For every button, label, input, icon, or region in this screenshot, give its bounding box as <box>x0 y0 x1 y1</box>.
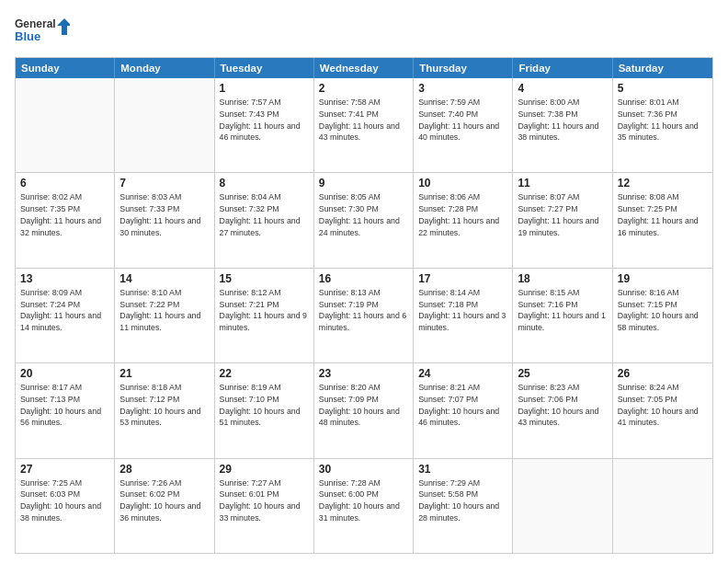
cal-cell: 11Sunrise: 8:07 AM Sunset: 7:27 PM Dayli… <box>513 173 612 267</box>
cell-day-number: 26 <box>618 367 708 380</box>
cal-cell: 3Sunrise: 7:59 AM Sunset: 7:40 PM Daylig… <box>414 78 513 172</box>
cell-day-number: 29 <box>220 463 309 476</box>
cell-info: Sunrise: 8:23 AM Sunset: 7:06 PM Dayligh… <box>518 382 607 429</box>
svg-marker-2 <box>57 18 70 35</box>
cell-info: Sunrise: 8:07 AM Sunset: 7:27 PM Dayligh… <box>518 191 607 238</box>
cell-info: Sunrise: 8:17 AM Sunset: 7:13 PM Dayligh… <box>20 382 109 429</box>
cell-info: Sunrise: 8:03 AM Sunset: 7:33 PM Dayligh… <box>119 191 209 238</box>
cell-day-number: 13 <box>20 272 109 285</box>
cell-day-number: 21 <box>119 367 209 380</box>
cell-info: Sunrise: 8:08 AM Sunset: 7:25 PM Dayligh… <box>618 191 708 238</box>
cal-cell: 9Sunrise: 8:05 AM Sunset: 7:30 PM Daylig… <box>314 173 414 267</box>
cell-day-number: 12 <box>618 177 708 190</box>
cal-cell: 20Sunrise: 8:17 AM Sunset: 7:13 PM Dayli… <box>16 363 115 457</box>
cal-cell: 29Sunrise: 7:27 AM Sunset: 6:01 PM Dayli… <box>215 459 314 553</box>
cal-cell: 4Sunrise: 8:00 AM Sunset: 7:38 PM Daylig… <box>513 78 612 172</box>
calendar-body: 1Sunrise: 7:57 AM Sunset: 7:43 PM Daylig… <box>16 78 712 553</box>
cell-day-number: 2 <box>319 82 408 95</box>
cell-info: Sunrise: 8:01 AM Sunset: 7:36 PM Dayligh… <box>618 97 708 144</box>
cal-header-wednesday: Wednesday <box>314 58 414 78</box>
cal-row-2: 13Sunrise: 8:09 AM Sunset: 7:24 PM Dayli… <box>16 268 712 362</box>
cal-cell: 21Sunrise: 8:18 AM Sunset: 7:12 PM Dayli… <box>115 363 214 457</box>
cell-day-number: 9 <box>319 177 408 190</box>
cell-info: Sunrise: 7:59 AM Sunset: 7:40 PM Dayligh… <box>418 97 507 144</box>
cell-info: Sunrise: 7:28 AM Sunset: 6:00 PM Dayligh… <box>319 477 408 524</box>
logo: General Blue <box>15 15 70 48</box>
cell-info: Sunrise: 8:12 AM Sunset: 7:21 PM Dayligh… <box>220 287 309 334</box>
cal-cell: 6Sunrise: 8:02 AM Sunset: 7:35 PM Daylig… <box>16 173 115 267</box>
cell-info: Sunrise: 8:02 AM Sunset: 7:35 PM Dayligh… <box>20 191 109 238</box>
cal-cell: 16Sunrise: 8:13 AM Sunset: 7:19 PM Dayli… <box>314 269 414 362</box>
cell-info: Sunrise: 8:15 AM Sunset: 7:16 PM Dayligh… <box>518 287 607 334</box>
cal-cell: 22Sunrise: 8:19 AM Sunset: 7:10 PM Dayli… <box>215 363 314 457</box>
cell-info: Sunrise: 8:13 AM Sunset: 7:19 PM Dayligh… <box>319 287 408 334</box>
cell-info: Sunrise: 8:19 AM Sunset: 7:10 PM Dayligh… <box>220 382 309 429</box>
cal-cell: 25Sunrise: 8:23 AM Sunset: 7:06 PM Dayli… <box>513 363 612 457</box>
cal-cell: 18Sunrise: 8:15 AM Sunset: 7:16 PM Dayli… <box>513 269 612 362</box>
cal-header-monday: Monday <box>115 58 214 78</box>
cal-cell: 27Sunrise: 7:25 AM Sunset: 6:03 PM Dayli… <box>16 459 115 553</box>
cal-cell: 17Sunrise: 8:14 AM Sunset: 7:18 PM Dayli… <box>414 269 513 362</box>
cal-cell: 31Sunrise: 7:29 AM Sunset: 5:58 PM Dayli… <box>414 459 513 553</box>
cell-info: Sunrise: 8:20 AM Sunset: 7:09 PM Dayligh… <box>319 382 408 429</box>
cal-cell <box>115 78 214 172</box>
cell-day-number: 3 <box>418 82 507 95</box>
cell-info: Sunrise: 8:05 AM Sunset: 7:30 PM Dayligh… <box>319 191 408 238</box>
cell-day-number: 16 <box>319 272 408 285</box>
cal-cell: 14Sunrise: 8:10 AM Sunset: 7:22 PM Dayli… <box>115 269 214 362</box>
cal-cell: 19Sunrise: 8:16 AM Sunset: 7:15 PM Dayli… <box>613 269 712 362</box>
cell-day-number: 31 <box>418 463 507 476</box>
cal-row-0: 1Sunrise: 7:57 AM Sunset: 7:43 PM Daylig… <box>16 78 712 172</box>
cal-cell: 24Sunrise: 8:21 AM Sunset: 7:07 PM Dayli… <box>414 363 513 457</box>
cell-info: Sunrise: 8:09 AM Sunset: 7:24 PM Dayligh… <box>20 287 109 334</box>
cell-day-number: 15 <box>220 272 309 285</box>
cal-cell <box>16 78 115 172</box>
cell-day-number: 30 <box>319 463 408 476</box>
cell-day-number: 18 <box>518 272 607 285</box>
cell-info: Sunrise: 8:16 AM Sunset: 7:15 PM Dayligh… <box>618 287 708 334</box>
cell-day-number: 19 <box>618 272 708 285</box>
cell-day-number: 8 <box>220 177 309 190</box>
cal-cell: 30Sunrise: 7:28 AM Sunset: 6:00 PM Dayli… <box>314 459 414 553</box>
cell-info: Sunrise: 8:06 AM Sunset: 7:28 PM Dayligh… <box>418 191 507 238</box>
logo-icon: General Blue <box>15 15 70 48</box>
cal-cell: 10Sunrise: 8:06 AM Sunset: 7:28 PM Dayli… <box>414 173 513 267</box>
cal-cell: 12Sunrise: 8:08 AM Sunset: 7:25 PM Dayli… <box>613 173 712 267</box>
cal-cell: 2Sunrise: 7:58 AM Sunset: 7:41 PM Daylig… <box>314 78 414 172</box>
cell-info: Sunrise: 7:25 AM Sunset: 6:03 PM Dayligh… <box>20 477 109 524</box>
cal-header-thursday: Thursday <box>414 58 513 78</box>
cal-cell: 5Sunrise: 8:01 AM Sunset: 7:36 PM Daylig… <box>613 78 712 172</box>
cell-info: Sunrise: 7:27 AM Sunset: 6:01 PM Dayligh… <box>220 477 309 524</box>
cell-day-number: 17 <box>418 272 507 285</box>
cell-info: Sunrise: 8:14 AM Sunset: 7:18 PM Dayligh… <box>418 287 507 334</box>
cal-row-1: 6Sunrise: 8:02 AM Sunset: 7:35 PM Daylig… <box>16 172 712 267</box>
cell-day-number: 10 <box>418 177 507 190</box>
cal-row-3: 20Sunrise: 8:17 AM Sunset: 7:13 PM Dayli… <box>16 362 712 457</box>
cal-cell <box>513 459 612 553</box>
cell-info: Sunrise: 7:58 AM Sunset: 7:41 PM Dayligh… <box>319 97 408 144</box>
cal-header-friday: Friday <box>513 58 612 78</box>
cal-cell: 13Sunrise: 8:09 AM Sunset: 7:24 PM Dayli… <box>16 269 115 362</box>
cell-day-number: 5 <box>618 82 708 95</box>
cal-cell: 1Sunrise: 7:57 AM Sunset: 7:43 PM Daylig… <box>215 78 314 172</box>
cell-info: Sunrise: 7:29 AM Sunset: 5:58 PM Dayligh… <box>418 477 507 524</box>
cal-header-tuesday: Tuesday <box>215 58 314 78</box>
cell-day-number: 22 <box>220 367 309 380</box>
cal-row-4: 27Sunrise: 7:25 AM Sunset: 6:03 PM Dayli… <box>16 458 712 553</box>
svg-text:Blue: Blue <box>15 29 40 43</box>
cell-day-number: 4 <box>518 82 607 95</box>
cell-info: Sunrise: 8:24 AM Sunset: 7:05 PM Dayligh… <box>618 382 708 429</box>
cell-day-number: 23 <box>319 367 408 380</box>
cell-day-number: 28 <box>119 463 209 476</box>
calendar-header: SundayMondayTuesdayWednesdayThursdayFrid… <box>16 58 712 78</box>
cal-header-saturday: Saturday <box>613 58 712 78</box>
cal-cell <box>613 459 712 553</box>
cal-cell: 26Sunrise: 8:24 AM Sunset: 7:05 PM Dayli… <box>613 363 712 457</box>
cell-info: Sunrise: 8:18 AM Sunset: 7:12 PM Dayligh… <box>119 382 209 429</box>
calendar: SundayMondayTuesdayWednesdayThursdayFrid… <box>15 57 713 554</box>
cell-day-number: 11 <box>518 177 607 190</box>
cal-cell: 23Sunrise: 8:20 AM Sunset: 7:09 PM Dayli… <box>314 363 414 457</box>
cell-day-number: 7 <box>119 177 209 190</box>
cell-info: Sunrise: 8:10 AM Sunset: 7:22 PM Dayligh… <box>119 287 209 334</box>
cell-info: Sunrise: 7:26 AM Sunset: 6:02 PM Dayligh… <box>119 477 209 524</box>
